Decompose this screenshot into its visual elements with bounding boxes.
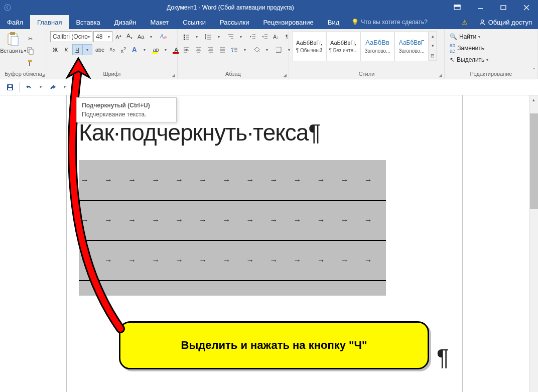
- change-case-dropdown[interactable]: ▾: [146, 31, 156, 42]
- select-button[interactable]: ↖ Выделить ▾: [448, 55, 490, 64]
- minimize-button[interactable]: [469, 0, 492, 15]
- dec-indent-button[interactable]: [247, 31, 258, 42]
- sort-button[interactable]: A↓: [271, 31, 281, 42]
- styles-up[interactable]: ▴: [429, 32, 436, 41]
- numbering-dropdown[interactable]: ▾: [214, 31, 224, 42]
- select-label: Выделить: [457, 56, 484, 63]
- tab-insert[interactable]: Вставка: [69, 15, 107, 29]
- style-nospacing[interactable]: АаБбВвГг,¶ Без инте...: [326, 31, 360, 61]
- paste-button[interactable]: Вставить▾: [3, 31, 23, 54]
- cursor-icon: ↖: [450, 56, 455, 63]
- svg-point-7: [481, 20, 483, 23]
- tab-layout[interactable]: Макет: [143, 15, 176, 29]
- replace-label: Заменить: [457, 45, 484, 52]
- text-effects-dropdown[interactable]: ▾: [140, 44, 150, 55]
- align-center-button[interactable]: [193, 44, 204, 55]
- underline-dropdown[interactable]: ▾: [82, 44, 92, 55]
- inc-indent-button[interactable]: [259, 31, 270, 42]
- font-name-combo[interactable]: Calibri (Осно▾: [50, 31, 92, 42]
- title-bar: Документ1 - Word (Сбой активации продукт…: [0, 0, 538, 15]
- tab-file[interactable]: Файл: [0, 15, 30, 29]
- tell-me[interactable]: 💡 Что вы хотите сделать?: [346, 15, 433, 29]
- copy-icon: [26, 47, 34, 55]
- redo-icon: [49, 84, 57, 91]
- justify-button[interactable]: [217, 44, 228, 55]
- tab-home[interactable]: Главная: [30, 15, 69, 29]
- paste-icon: [5, 31, 21, 47]
- line-spacing-dropdown[interactable]: ▾: [240, 44, 250, 55]
- table-row: [79, 281, 386, 296]
- borders-button[interactable]: [273, 44, 284, 55]
- change-case-button[interactable]: Aa: [136, 31, 146, 42]
- tab-view[interactable]: Вид: [321, 15, 347, 29]
- font-launcher[interactable]: ◢: [172, 73, 175, 78]
- superscript-button[interactable]: x2: [118, 44, 128, 55]
- style-heading2[interactable]: АаБбВвГЗаголово...: [394, 31, 429, 61]
- bullets-dropdown[interactable]: ▾: [192, 31, 202, 42]
- document-table: →→→→→→→→→→→→→ →→→→→→→→→→→→→ →→→→→→→→→→→→…: [79, 160, 386, 296]
- replace-button[interactable]: abac Заменить: [448, 42, 490, 55]
- clear-format-button[interactable]: A: [157, 31, 169, 42]
- underline-button[interactable]: Ч: [72, 44, 82, 55]
- svg-point-16: [184, 35, 185, 36]
- styles-more[interactable]: ⊟: [429, 51, 436, 61]
- multilevel-button[interactable]: [225, 31, 236, 42]
- scroll-up[interactable]: ▴: [529, 95, 538, 104]
- group-paragraph: ▾ 123▾ ▾ A↓ ¶ ▾ ▾ ▾ Абзац ◢: [178, 29, 289, 79]
- line-spacing-button[interactable]: [229, 44, 240, 55]
- svg-text:A: A: [160, 34, 164, 39]
- undo-button[interactable]: [23, 81, 35, 93]
- bold-button[interactable]: Ж: [50, 44, 60, 55]
- ribbon-display-options[interactable]: [446, 0, 469, 15]
- svg-rect-2: [454, 5, 460, 7]
- text-effects-button[interactable]: A: [129, 44, 140, 55]
- style-normal[interactable]: АаБбВвГг,¶ Обычный: [292, 31, 326, 61]
- close-button[interactable]: [515, 0, 538, 15]
- dec-indent-icon: [249, 33, 256, 40]
- strike-icon: abc: [95, 47, 104, 53]
- scroll-thumb[interactable]: [530, 113, 538, 209]
- maximize-button[interactable]: [492, 0, 515, 15]
- tab-design[interactable]: Дизайн: [107, 15, 144, 29]
- format-painter-button[interactable]: [24, 57, 36, 68]
- save-button[interactable]: [4, 81, 16, 93]
- share-button[interactable]: Общий доступ: [473, 15, 538, 29]
- redo-button[interactable]: [47, 81, 59, 93]
- shading-button[interactable]: [251, 44, 262, 55]
- tab-references[interactable]: Ссылки: [176, 15, 213, 29]
- highlight-dropdown[interactable]: ▾: [161, 44, 171, 55]
- tell-me-label: Что вы хотите сделать?: [361, 19, 428, 26]
- tab-mailings[interactable]: Рассылки: [213, 15, 256, 29]
- tab-review[interactable]: Рецензирование: [256, 15, 320, 29]
- styles-scroll: ▴ ▾ ⊟: [429, 31, 437, 61]
- styles-down[interactable]: ▾: [429, 41, 436, 51]
- table-row: →→→→→→→→→→→→→: [79, 160, 386, 200]
- group-clipboard: Вставить▾ ✂ Буфер обмена ◢: [0, 29, 47, 79]
- multilevel-dropdown[interactable]: ▾: [236, 31, 246, 42]
- qat-customize[interactable]: ▾: [62, 81, 68, 93]
- shading-dropdown[interactable]: ▾: [262, 44, 272, 55]
- text-effects-icon: A: [132, 46, 137, 54]
- numbering-button[interactable]: 123: [203, 31, 214, 42]
- italic-button[interactable]: К: [61, 44, 71, 55]
- grow-font-button[interactable]: A▴: [113, 31, 123, 42]
- highlight-button[interactable]: ab: [151, 44, 161, 55]
- shrink-font-button[interactable]: A▾: [124, 31, 134, 42]
- subscript-button[interactable]: x2: [107, 44, 117, 55]
- paragraph-launcher[interactable]: ◢: [283, 73, 287, 78]
- styles-launcher[interactable]: ◢: [439, 73, 442, 78]
- find-button[interactable]: 🔍 Найти ▾: [448, 32, 490, 41]
- warning-icon[interactable]: ⚠: [457, 15, 473, 29]
- bullets-button[interactable]: [181, 31, 192, 42]
- clipboard-launcher[interactable]: ◢: [41, 73, 45, 78]
- undo-dropdown[interactable]: ▾: [38, 81, 44, 93]
- font-size-combo[interactable]: 48▾: [93, 31, 112, 42]
- align-right-button[interactable]: [205, 44, 216, 55]
- style-heading1[interactable]: АаБбВвЗаголово...: [360, 31, 394, 61]
- collapse-ribbon-button[interactable]: ⌃: [532, 67, 536, 73]
- align-left-button[interactable]: [181, 44, 192, 55]
- vertical-scrollbar[interactable]: ▴: [529, 95, 538, 392]
- strike-button[interactable]: abc: [93, 44, 106, 55]
- copy-button[interactable]: [24, 45, 36, 56]
- cut-button[interactable]: ✂: [24, 33, 36, 44]
